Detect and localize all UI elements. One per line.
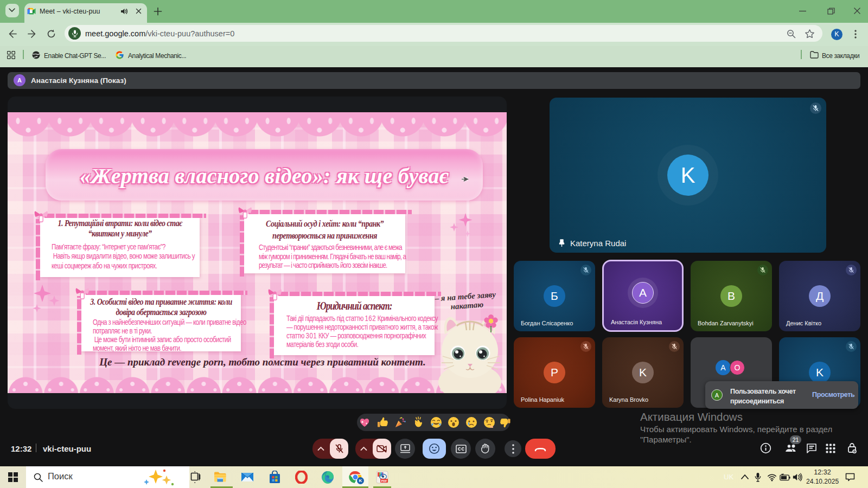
svg-text:PDF: PDF	[381, 479, 388, 483]
